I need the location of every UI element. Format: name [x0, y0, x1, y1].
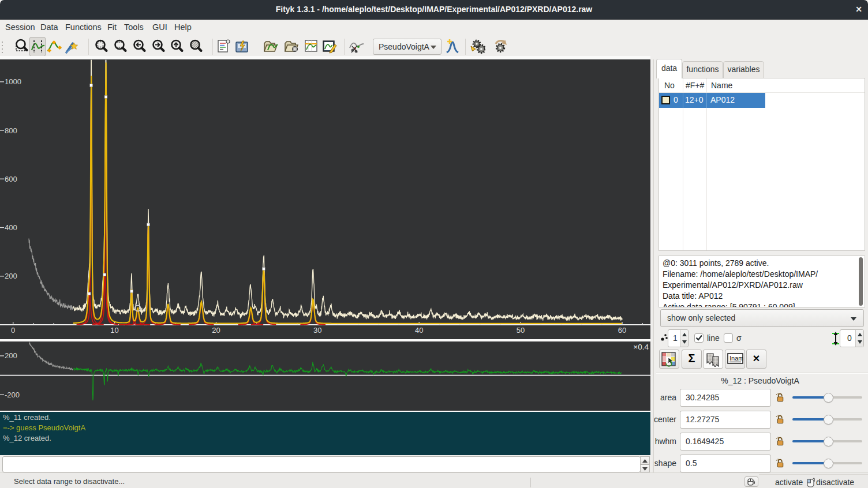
- svg-text:600: 600: [5, 175, 17, 183]
- svg-text:50: 50: [517, 326, 525, 335]
- svg-text:-200: -200: [5, 391, 20, 399]
- svg-text:Inam: Inam: [729, 355, 743, 362]
- svg-text:×0.4: ×0.4: [633, 343, 649, 351]
- svg-text:200: 200: [5, 272, 17, 280]
- svg-text:200: 200: [5, 351, 17, 360]
- svg-text:30: 30: [313, 326, 321, 335]
- svg-text:40: 40: [415, 326, 423, 335]
- svg-text:0: 0: [11, 326, 15, 335]
- svg-text:800: 800: [5, 126, 17, 135]
- svg-text:400: 400: [5, 223, 17, 232]
- svg-text:20: 20: [212, 326, 220, 335]
- svg-text:1000: 1000: [5, 77, 21, 86]
- svg-text:10: 10: [110, 326, 118, 335]
- svg-text:60: 60: [618, 326, 626, 335]
